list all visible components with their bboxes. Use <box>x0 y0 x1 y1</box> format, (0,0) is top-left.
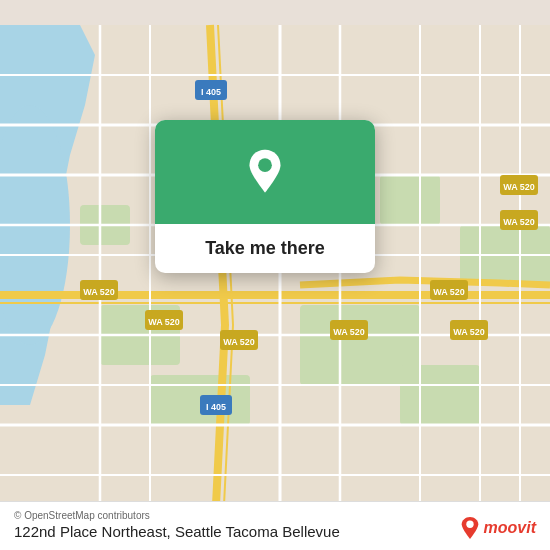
card-body: Take me there <box>155 224 375 273</box>
moovit-brand-text: moovit <box>484 519 536 537</box>
svg-point-1 <box>0 105 70 345</box>
svg-rect-25 <box>500 175 538 195</box>
svg-point-32 <box>258 158 272 172</box>
svg-rect-11 <box>200 395 232 415</box>
svg-rect-17 <box>220 330 258 350</box>
svg-rect-21 <box>430 280 468 300</box>
svg-rect-8 <box>460 225 550 285</box>
svg-text:WA 520: WA 520 <box>453 327 485 337</box>
svg-rect-23 <box>450 320 488 340</box>
osm-attribution: © OpenStreetMap contributors <box>14 510 536 521</box>
svg-rect-15 <box>145 310 183 330</box>
location-pin-icon <box>241 148 289 196</box>
svg-rect-4 <box>380 175 440 225</box>
svg-text:WA 520: WA 520 <box>223 337 255 347</box>
svg-rect-0 <box>0 25 550 525</box>
svg-rect-2 <box>100 305 180 365</box>
svg-text:I 405: I 405 <box>201 87 221 97</box>
svg-text:WA 520: WA 520 <box>333 327 365 337</box>
bottom-info-bar: © OpenStreetMap contributors 122nd Place… <box>0 501 550 550</box>
svg-text:WA 520: WA 520 <box>83 287 115 297</box>
svg-text:WA 520: WA 520 <box>503 182 535 192</box>
moovit-pin-icon <box>460 516 480 540</box>
svg-rect-3 <box>300 305 420 385</box>
moovit-logo: moovit <box>460 516 536 540</box>
take-me-there-button[interactable]: Take me there <box>171 238 359 259</box>
map-container: I 405 I 405 WA 520 WA 520 WA 520 WA 520 … <box>0 0 550 550</box>
svg-point-33 <box>466 521 473 528</box>
navigation-card: Take me there <box>155 120 375 273</box>
svg-rect-19 <box>330 320 368 340</box>
svg-text:I 405: I 405 <box>206 402 226 412</box>
svg-rect-6 <box>400 365 480 425</box>
svg-rect-13 <box>80 280 118 300</box>
svg-rect-5 <box>150 375 250 425</box>
svg-text:WA 520: WA 520 <box>148 317 180 327</box>
card-header <box>155 120 375 224</box>
svg-rect-7 <box>80 205 130 245</box>
svg-text:WA 520: WA 520 <box>433 287 465 297</box>
svg-text:WA 520: WA 520 <box>503 217 535 227</box>
svg-rect-9 <box>195 80 227 100</box>
location-label: 122nd Place Northeast, Seattle Tacoma Be… <box>14 523 536 540</box>
svg-rect-27 <box>500 210 538 230</box>
